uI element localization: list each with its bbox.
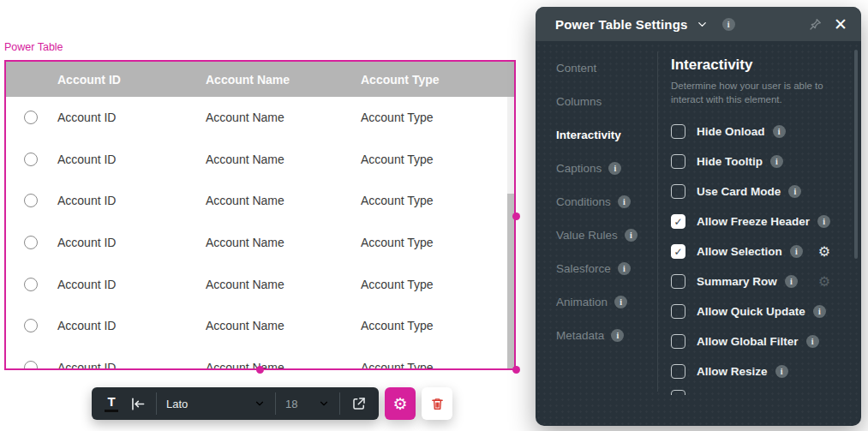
option-label: Allow Selection — [697, 245, 782, 258]
gear-icon: ⚙ — [392, 396, 407, 412]
text-underline-icon[interactable]: T — [102, 395, 121, 412]
info-icon[interactable]: i — [722, 18, 735, 31]
interactivity-section: Interactivity Determine how your user is… — [671, 51, 849, 395]
nav-item-captions[interactable]: Captions i — [536, 152, 657, 185]
checkbox[interactable] — [671, 124, 685, 139]
table-row: Account ID Account Name Account Type — [6, 180, 514, 222]
nav-item-interactivity[interactable]: Interactivity — [536, 118, 657, 152]
info-icon[interactable]: i — [817, 215, 830, 228]
checkbox[interactable] — [671, 154, 685, 169]
section-subtitle: Determine how your user is able to inter… — [671, 79, 847, 106]
option-allow-global-filter: Allow Global Filter i — [671, 326, 849, 356]
selection-handle-right[interactable] — [512, 213, 520, 220]
table-body: Account ID Account Name Account Type Acc… — [6, 97, 514, 368]
element-toolbar: T Lato 18 — [92, 387, 452, 420]
info-icon[interactable]: i — [611, 329, 624, 342]
toolbar-divider — [275, 392, 276, 415]
format-toolbar: T Lato 18 — [92, 387, 379, 420]
info-icon[interactable]: i — [813, 305, 826, 318]
cell-account-id: Account ID — [53, 319, 201, 332]
delete-button[interactable] — [422, 387, 452, 420]
nav-item-salesforce[interactable]: Salesforce i — [536, 252, 657, 285]
font-family-dropdown[interactable]: Lato — [166, 398, 266, 410]
gear-icon[interactable]: ⚙ — [818, 245, 830, 259]
nav-content-divider — [657, 51, 658, 392]
cell-account-type: Account Type — [356, 361, 514, 368]
checkbox-checked[interactable] — [671, 214, 685, 229]
table-row: Account ID Account Name Account Type — [6, 222, 514, 264]
chevron-down-icon — [254, 398, 266, 410]
table-header-row: Account ID Account Name Account Type — [6, 62, 514, 97]
settings-panel-header: Power Table Settings i ✕ — [536, 7, 861, 41]
table-row: Account ID Account Name Account Type — [6, 263, 514, 305]
section-title: Interactivity — [671, 57, 849, 74]
cell-account-name: Account Name — [201, 361, 356, 368]
chevron-down-icon[interactable] — [696, 18, 709, 31]
close-icon[interactable]: ✕ — [834, 16, 847, 33]
row-radio-button[interactable] — [24, 319, 38, 332]
panel-title: Power Table Settings — [555, 17, 688, 32]
row-radio-button[interactable] — [24, 153, 38, 166]
checkbox[interactable] — [671, 274, 685, 289]
table-scrollbar-thumb[interactable] — [507, 194, 514, 368]
checkbox-checked[interactable] — [671, 244, 685, 259]
align-left-icon[interactable] — [128, 394, 147, 413]
cell-account-type: Account Type — [356, 319, 514, 332]
toolbar-divider — [156, 392, 157, 415]
checkbox[interactable] — [671, 184, 685, 199]
info-icon[interactable]: i — [608, 162, 621, 175]
row-radio-button[interactable] — [24, 361, 38, 368]
cell-account-name: Account Name — [201, 236, 356, 249]
row-radio-button[interactable] — [24, 111, 38, 124]
nav-item-value-rules[interactable]: Value Rules i — [536, 218, 657, 252]
chevron-down-icon — [318, 398, 330, 410]
info-icon[interactable]: i — [775, 365, 788, 378]
info-icon[interactable]: i — [788, 185, 801, 198]
cell-account-id: Account ID — [53, 111, 201, 124]
info-icon[interactable]: i — [806, 335, 819, 348]
info-icon[interactable]: i — [773, 125, 786, 138]
panel-scrollbar-thumb[interactable] — [854, 50, 858, 259]
info-icon[interactable]: i — [614, 296, 627, 308]
external-link-icon[interactable] — [350, 394, 368, 413]
option-label: Hide Onload — [697, 125, 765, 138]
info-icon[interactable]: i — [785, 275, 798, 288]
option-allow-quick-update: Allow Quick Update i — [671, 296, 849, 326]
row-radio-button[interactable] — [24, 236, 38, 249]
row-radio-button[interactable] — [24, 278, 38, 291]
settings-nav: Content Columns Interactivity Captions i… — [536, 51, 657, 352]
selection-handle-corner[interactable] — [512, 366, 520, 374]
checkbox[interactable] — [671, 390, 685, 395]
selection-handle-bottom[interactable] — [256, 366, 264, 374]
option-label: Allow Global Filter — [697, 335, 799, 348]
option-label: Use Card Mode — [697, 185, 781, 198]
nav-item-metadata[interactable]: Metadata i — [536, 319, 657, 352]
info-icon[interactable]: i — [618, 195, 631, 208]
info-icon[interactable]: i — [790, 245, 803, 258]
options-list: Hide Onload i Hide Tooltip i Use Card Mo… — [671, 117, 849, 395]
gear-icon[interactable]: ⚙ — [818, 275, 830, 289]
table-scrollbar[interactable] — [507, 97, 514, 368]
cell-account-type: Account Type — [356, 153, 514, 166]
checkbox[interactable] — [671, 364, 685, 379]
toolbar-divider — [339, 392, 340, 415]
row-radio-button[interactable] — [24, 194, 38, 207]
power-table[interactable]: Account ID Account Name Account Type Acc… — [4, 60, 516, 370]
nav-label: Interactivity — [556, 129, 621, 141]
cell-account-id: Account ID — [53, 194, 201, 207]
font-size-dropdown[interactable]: 18 — [285, 398, 330, 410]
option-hide-tooltip: Hide Tooltip i — [671, 147, 849, 177]
nav-item-content[interactable]: Content — [536, 51, 657, 85]
settings-gear-button[interactable]: ⚙ — [385, 387, 416, 420]
nav-item-columns[interactable]: Columns — [536, 85, 657, 118]
checkbox[interactable] — [671, 334, 685, 349]
info-icon[interactable]: i — [770, 155, 783, 168]
nav-item-animation[interactable]: Animation i — [536, 285, 657, 319]
info-icon[interactable]: i — [625, 229, 638, 242]
checkbox[interactable] — [671, 304, 685, 319]
pin-icon[interactable] — [809, 17, 823, 31]
nav-item-conditions[interactable]: Conditions i — [536, 185, 657, 218]
option-label: Allow Resize — [697, 365, 768, 378]
info-icon[interactable]: i — [618, 262, 631, 275]
option-allow-freeze-header: Allow Freeze Header i — [671, 207, 849, 236]
